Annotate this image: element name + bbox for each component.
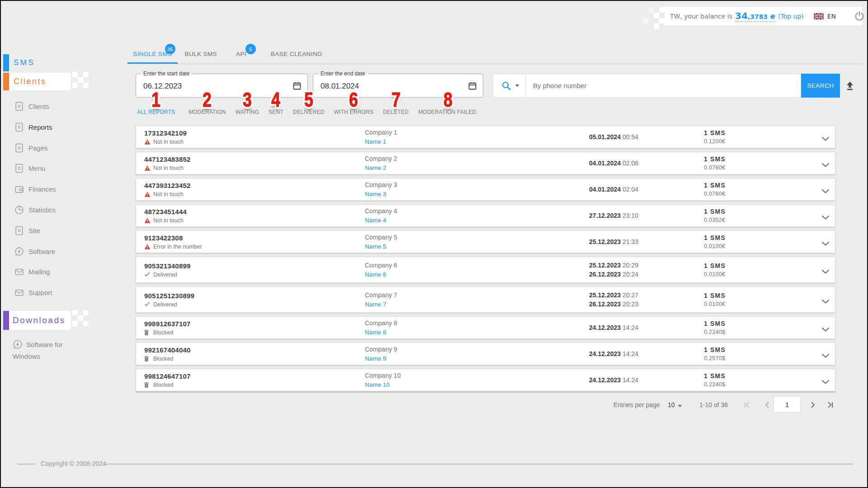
phone-number: 48723451444 xyxy=(144,208,187,216)
chevron-down-icon[interactable] xyxy=(821,267,830,272)
filter-moderation-failed[interactable]: 8 MODERATION FAILED. xyxy=(418,109,478,115)
filter-moderation[interactable]: 2 MODERATION xyxy=(189,109,226,115)
report-row[interactable]: 48723451444 Not in touch Company 4 Name … xyxy=(136,204,835,227)
chevron-down-icon[interactable] xyxy=(821,135,830,139)
filter-sent[interactable]: 4 SENT xyxy=(269,109,283,115)
filter-waiting[interactable]: 3 WAITING xyxy=(236,109,259,115)
client-name-link[interactable]: Name 7 xyxy=(365,301,397,308)
balance-label: TW, your balance is xyxy=(670,13,732,20)
chevron-down-icon[interactable] xyxy=(821,325,830,330)
tab-single-sms[interactable]: SINGLE SMS 36 xyxy=(127,44,178,64)
first-page-button[interactable] xyxy=(743,401,751,409)
client-name-link[interactable]: Name 6 xyxy=(365,271,397,278)
tab-bulk-sms[interactable]: BULK SMS xyxy=(178,44,224,64)
sms-price: 0.0760€ xyxy=(704,164,726,171)
sidebar-item-menu[interactable]: Menu xyxy=(0,158,136,178)
filter-with-errors[interactable]: 6 WITH ERRORS xyxy=(334,109,374,115)
calendar-icon[interactable] xyxy=(468,82,476,90)
status: Not in touch xyxy=(144,217,187,224)
company: Company 9 xyxy=(365,346,397,353)
sidebar-item-support[interactable]: Support xyxy=(0,282,136,303)
report-row[interactable]: 998912637107 Blocked Company 8 Name 8 24… xyxy=(136,316,835,339)
report-row[interactable]: 9051251230899 Delivered Company 7 Name 7… xyxy=(136,286,835,313)
client-name-link[interactable]: Name 4 xyxy=(365,217,397,224)
sms-count: 1 SMS xyxy=(704,292,726,299)
check-icon xyxy=(144,301,151,307)
sms-price: 0.0760€ xyxy=(704,191,726,197)
balance-value[interactable]: 34,3783 ₴ xyxy=(735,10,775,22)
chevron-down-icon[interactable] xyxy=(821,187,830,192)
last-page-button[interactable] xyxy=(826,401,834,409)
next-page-button[interactable] xyxy=(809,401,817,409)
report-row[interactable]: 447393123452 Not in touch Company 3 Name… xyxy=(136,178,835,201)
sidebar-item-mailing[interactable]: Mailing xyxy=(0,261,136,282)
page-number-input[interactable]: 1 xyxy=(774,396,801,413)
client-name-link[interactable]: Name 8 xyxy=(365,329,397,336)
sidebar-section-sms[interactable]: SMS xyxy=(14,58,35,67)
client-name-link[interactable]: Name 9 xyxy=(365,355,397,362)
timestamps: 27.12.2023 23:10 xyxy=(589,211,638,220)
chevron-down-icon[interactable] xyxy=(821,239,830,244)
chevron-down-icon[interactable] xyxy=(821,352,830,356)
upload-icon[interactable] xyxy=(844,80,855,91)
language-label[interactable]: EN xyxy=(827,13,836,20)
filter-delivered[interactable]: 5 DELIVERED xyxy=(293,109,325,115)
report-row[interactable]: 17312342109 Not in touch Company 1 Name … xyxy=(136,126,835,148)
client-name-link[interactable]: Name 1 xyxy=(365,138,397,145)
document-icon xyxy=(14,122,24,132)
search-button[interactable]: SEARCH xyxy=(801,74,840,98)
filter-all-reports[interactable]: 1 ALL REPORTS xyxy=(137,109,175,115)
uk-flag-icon[interactable] xyxy=(814,13,824,19)
timestamps: 24.12.2023 14:24 xyxy=(589,375,638,385)
company: Company 8 xyxy=(365,319,397,327)
report-row[interactable]: 992167404040 Blocked Company 9 Name 9 24… xyxy=(136,343,835,365)
sidebar-item-software-for-windows[interactable]: Software for Windows xyxy=(13,339,84,362)
sms-count: 1 SMS xyxy=(704,182,726,189)
table-bottom-border xyxy=(136,391,835,393)
search-input[interactable] xyxy=(526,82,801,89)
client-name-link[interactable]: Name 3 xyxy=(365,191,397,197)
calendar-icon[interactable] xyxy=(293,82,301,90)
status: Blocked xyxy=(144,329,191,336)
chevron-down-icon[interactable] xyxy=(821,161,830,165)
logout-power-icon[interactable] xyxy=(854,11,865,22)
start-date-value[interactable]: 06.12.2023 xyxy=(143,82,182,91)
sms-section-bar xyxy=(3,54,9,71)
search-icon xyxy=(501,81,511,91)
sidebar-item-reports[interactable]: Reports xyxy=(0,117,136,137)
sidebar-section-clients[interactable]: Clients xyxy=(14,77,47,86)
sidebar-item-software[interactable]: Software xyxy=(0,241,136,262)
sidebar-section-downloads[interactable]: Downloads xyxy=(13,315,66,325)
entries-per-page-select[interactable]: 10 xyxy=(668,401,682,408)
sidebar-item-statistics[interactable]: Statistics xyxy=(0,199,136,220)
envelope-icon xyxy=(14,267,24,277)
chevron-down-icon[interactable] xyxy=(821,297,830,302)
report-row[interactable]: 447123483852 Not in touch Company 2 Name… xyxy=(136,152,835,174)
phone-number: 998912637107 xyxy=(144,320,191,328)
status: Delivered xyxy=(144,272,191,278)
top-up-link[interactable]: (Top up) xyxy=(778,13,804,20)
annotation-number: 1 xyxy=(151,90,160,110)
chevron-down-icon[interactable] xyxy=(821,213,830,218)
sidebar-item-finances[interactable]: Finances xyxy=(0,178,136,199)
search-type-dropdown[interactable] xyxy=(493,81,525,91)
client-name-link[interactable]: Name 10 xyxy=(365,381,401,388)
chevron-down-icon xyxy=(678,405,682,407)
report-row[interactable]: 998124647107 Blocked Company 10 Name 10 … xyxy=(136,369,835,391)
report-row[interactable]: 9123422308 Error in the number Company 5… xyxy=(136,230,835,253)
chevron-down-icon[interactable] xyxy=(821,378,830,382)
start-date-field[interactable]: Enter the start date 06.12.2023 xyxy=(136,74,308,98)
prev-page-button[interactable] xyxy=(763,401,771,409)
client-name-link[interactable]: Name 2 xyxy=(365,164,397,171)
tab-base-cleaning[interactable]: BASE CLEANING xyxy=(264,44,330,64)
client-name-link[interactable]: Name 5 xyxy=(365,243,397,250)
tab-api[interactable]: API 5 xyxy=(224,44,258,64)
report-row[interactable]: 905321340899 Delivered Company 6 Name 6 … xyxy=(136,257,835,283)
sidebar-item-clients[interactable]: Clients xyxy=(0,96,136,117)
filter-deleted[interactable]: 7 DELETED xyxy=(383,109,409,115)
company: Company 5 xyxy=(365,234,397,241)
warning-triangle-icon xyxy=(144,217,151,223)
annotation-number: 6 xyxy=(349,90,359,110)
sidebar-item-pages[interactable]: Pages xyxy=(0,137,136,158)
sidebar-item-site[interactable]: Site xyxy=(0,220,136,241)
